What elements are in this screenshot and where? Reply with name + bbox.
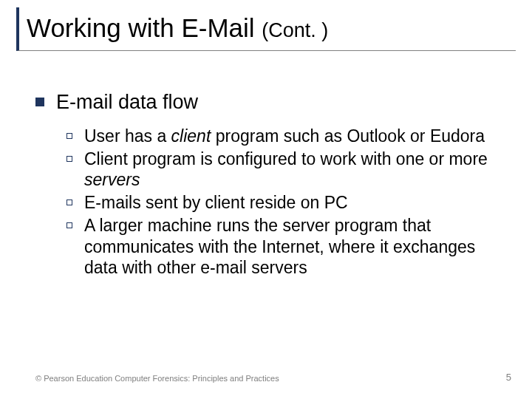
list-item: User has a client program such as Outloo… (66, 126, 501, 147)
text-em: client (171, 126, 211, 146)
text-post: program such as Outlook or Eudora (211, 126, 485, 146)
heading-text: E-mail data flow (56, 90, 198, 115)
list-item-text: User has a client program such as Outloo… (84, 126, 485, 147)
page-number: 5 (506, 372, 511, 383)
text-pre: A larger machine runs the server program… (84, 216, 475, 278)
hollow-square-icon (66, 222, 72, 228)
hollow-square-icon (66, 133, 72, 139)
text-pre: E-mails sent by client reside on PC (84, 193, 348, 212)
slide: Working with E-Mail (Cont. ) E-mail data… (0, 0, 532, 399)
list-item: A larger machine runs the server program… (66, 215, 501, 279)
hollow-square-icon (66, 200, 72, 205)
list-item: Client program is configured to work wit… (66, 149, 501, 191)
slide-title-cont: (Cont. ) (262, 19, 328, 41)
hollow-square-icon (66, 156, 72, 162)
bullet-level1: E-mail data flow (35, 90, 501, 115)
title-block: Working with E-Mail (Cont. ) (16, 7, 516, 51)
slide-body: E-mail data flow User has a client progr… (35, 90, 501, 280)
slide-title-main: Working with E-Mail (27, 13, 262, 42)
list-item-text: Client program is configured to work wit… (84, 149, 501, 191)
square-bullet-icon (35, 98, 44, 106)
text-pre: User has a (84, 126, 171, 146)
list-item-text: E-mails sent by client reside on PC (84, 192, 348, 214)
text-pre: Client program is configured to work wit… (84, 149, 488, 168)
list-item: E-mails sent by client reside on PC (66, 192, 501, 214)
footer-copyright: © Pearson Education Computer Forensics: … (35, 374, 279, 383)
text-em: servers (84, 170, 140, 189)
subitems: User has a client program such as Outloo… (66, 126, 501, 279)
list-item-text: A larger machine runs the server program… (84, 215, 501, 279)
